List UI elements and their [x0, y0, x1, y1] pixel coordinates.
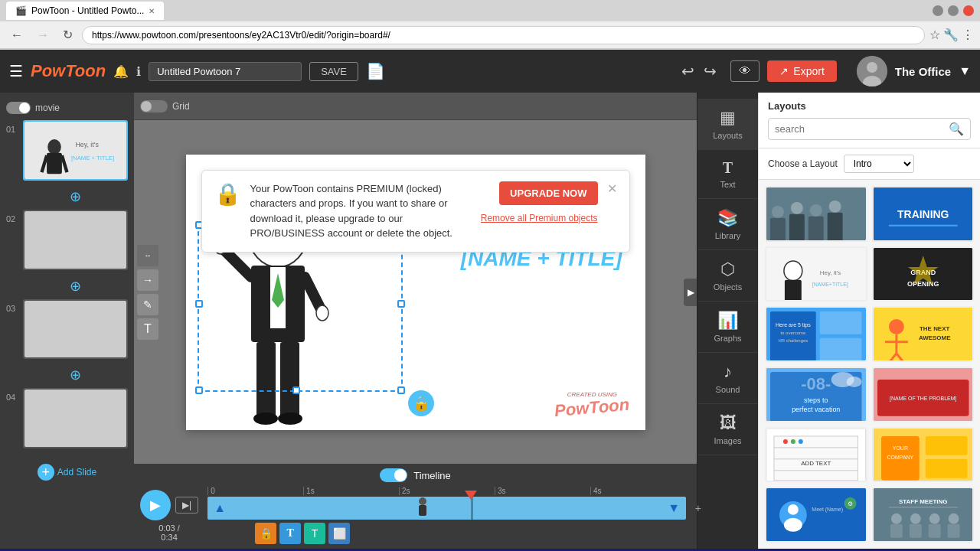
main-canvas[interactable]: 🔒 Your PowToon contains PREMIUM (locked)… — [186, 155, 645, 430]
presentation-title-input[interactable] — [149, 62, 302, 81]
layout-thumb[interactable]: Here are 5 tips to overcome HR challenge… — [765, 306, 867, 362]
add-slide-button[interactable]: + Add Slide — [6, 461, 128, 484]
maximize-button[interactable] — [948, 5, 959, 16]
graphs-icon: 📊 — [717, 311, 738, 331]
right-panel-item-objects[interactable]: ⬡ Objects — [697, 250, 758, 302]
layout-thumb[interactable] — [765, 186, 867, 242]
slide-thumbnail[interactable] — [23, 299, 128, 360]
add-slide-mini-3[interactable]: ⊕ — [23, 367, 128, 383]
svg-rect-53 — [770, 311, 816, 362]
layouts-sidebar: Layouts 🔍 Choose a Layout Intro Business… — [758, 93, 980, 549]
layout-thumb[interactable]: YOUR COMPANY — [872, 427, 975, 483]
redo-button[interactable]: ↪ — [704, 62, 717, 80]
svg-point-4 — [47, 139, 61, 155]
collapse-arrow-button[interactable]: ▶ — [684, 279, 697, 306]
right-panel-item-text[interactable]: T Text — [697, 150, 758, 199]
timeline-toggle-switch[interactable] — [380, 468, 407, 482]
grid-toggle-switch[interactable] — [140, 100, 168, 112]
objects-icon: ⬡ — [720, 259, 735, 279]
timeline-shape-icon-button[interactable]: ⬜ — [328, 523, 350, 544]
notifications-icon[interactable]: 🔔 — [113, 64, 129, 79]
url-bar[interactable] — [82, 26, 925, 44]
timeline-lock-icon-button[interactable]: 🔒 — [255, 523, 276, 544]
upgrade-now-button[interactable]: UPGRADE NOW — [499, 181, 597, 205]
svg-point-62 — [888, 319, 903, 334]
layout-thumb[interactable]: ADD TEXT — [765, 427, 867, 483]
slide-item: 01 Hey, it's — [6, 120, 128, 181]
refresh-button[interactable]: ↻ — [58, 26, 77, 44]
undo-button[interactable]: ↩ — [681, 62, 694, 80]
timeline-text2-icon-button[interactable]: T — [304, 523, 325, 544]
search-input[interactable] — [775, 123, 944, 135]
back-button[interactable]: ← — [6, 27, 28, 44]
minimize-button[interactable] — [933, 5, 943, 16]
premium-close-button[interactable]: ✕ — [607, 181, 617, 196]
swap-tool-button[interactable]: ↔ — [137, 245, 158, 266]
svg-point-29 — [419, 497, 426, 505]
slide-thumbnail[interactable] — [23, 388, 128, 448]
grid-toggle-area[interactable]: Grid — [140, 100, 190, 112]
hamburger-menu-button[interactable]: ☰ — [9, 62, 23, 80]
remove-premium-link[interactable]: Remove all Premium objects — [481, 213, 598, 223]
undo-redo-controls: ↩ ↪ — [681, 62, 717, 80]
layout-thumb[interactable]: Hey, it's [NAME+TITLE] — [765, 246, 867, 302]
mode-label: movie — [35, 103, 60, 113]
right-panel-item-graphs[interactable]: 📊 Graphs — [697, 302, 758, 353]
playhead-marker — [465, 491, 477, 500]
timeline-expand-button[interactable]: + — [695, 502, 701, 514]
menu-icon[interactable]: ⋮ — [962, 28, 974, 42]
layout-thumb[interactable]: STAFF MEETING — [872, 487, 975, 543]
layout-thumb[interactable]: -08- steps to perfect vacation — [765, 367, 867, 422]
preview-button[interactable]: 👁 — [730, 60, 760, 82]
user-dropdown-icon[interactable]: ▼ — [959, 64, 971, 78]
layout-dropdown[interactable]: Intro Business Education — [844, 155, 914, 173]
close-button[interactable] — [963, 5, 974, 16]
export-button[interactable]: ↗ Export — [767, 60, 836, 82]
layout-thumb[interactable]: Meet (Name) ⚙ — [765, 487, 867, 543]
layout-thumb[interactable]: THE NEXT AWESOME — [872, 306, 975, 362]
watermark-logo: PowToon — [554, 394, 630, 420]
layout-thumb[interactable]: GRAND OPENING — [872, 246, 975, 302]
right-panel-item-images[interactable]: 🖼 Images — [697, 404, 758, 455]
svg-line-16 — [224, 250, 251, 277]
tab-close-icon[interactable]: ✕ — [149, 7, 155, 15]
layout-thumb-image — [766, 187, 866, 242]
browser-tab[interactable]: 🎬 PowToon - Untitled Powto... ✕ — [6, 2, 164, 20]
extensions-icon[interactable]: 🔧 — [943, 28, 959, 42]
forward-button[interactable]: → — [32, 27, 54, 44]
arrow-tool-button[interactable]: → — [137, 269, 158, 291]
slide-thumb-inner: Hey, it's [NAME + TITLE] — [24, 122, 126, 179]
svg-point-37 — [810, 204, 822, 217]
right-panel-item-sound[interactable]: ♪ Sound — [697, 353, 758, 404]
tab-favicon: 🎬 — [15, 5, 27, 16]
add-slide-mini-1[interactable]: ⊕ — [23, 188, 128, 205]
svg-rect-58 — [820, 338, 862, 361]
right-panel-item-layouts[interactable]: ▦ Layouts — [697, 99, 758, 150]
right-panel-item-library[interactable]: 📚 Library — [697, 199, 758, 250]
step-forward-button[interactable]: ▶| — [175, 497, 198, 514]
document-icon[interactable]: 📄 — [366, 62, 385, 80]
slide-thumb-inner — [24, 301, 126, 358]
bookmark-icon[interactable]: ☆ — [929, 28, 940, 42]
text-tool-button[interactable]: T — [137, 318, 158, 340]
svg-text:Hey, it's: Hey, it's — [820, 269, 841, 276]
layout-thumb[interactable]: TRAINING — [872, 186, 975, 242]
export-icon: ↗ — [779, 65, 789, 77]
slide-item: 03 — [6, 299, 128, 360]
svg-rect-20 — [256, 342, 276, 419]
mode-toggle-switch[interactable] — [6, 102, 31, 114]
slide-thumbnail[interactable]: Hey, it's [NAME + TITLE] — [23, 120, 128, 181]
ruler-mark-2s: 2s — [399, 487, 495, 495]
movie-toggle[interactable]: movie — [6, 99, 128, 117]
text-icon: T — [723, 159, 733, 177]
info-icon[interactable]: ℹ — [136, 64, 141, 79]
play-button[interactable]: ▶ — [140, 490, 171, 520]
timeline-track-bar[interactable]: ▲ ▼ — [207, 497, 686, 520]
slide-thumbnail[interactable] — [23, 210, 128, 270]
svg-point-33 — [772, 206, 784, 218]
timeline-text-icon-button[interactable]: T — [279, 523, 301, 544]
layout-thumb[interactable]: [NAME OF THE PROBLEM] — [872, 367, 975, 422]
save-button[interactable]: SAVE — [309, 62, 358, 81]
brush-tool-button[interactable]: ✎ — [137, 294, 158, 315]
add-slide-mini-2[interactable]: ⊕ — [23, 278, 128, 295]
